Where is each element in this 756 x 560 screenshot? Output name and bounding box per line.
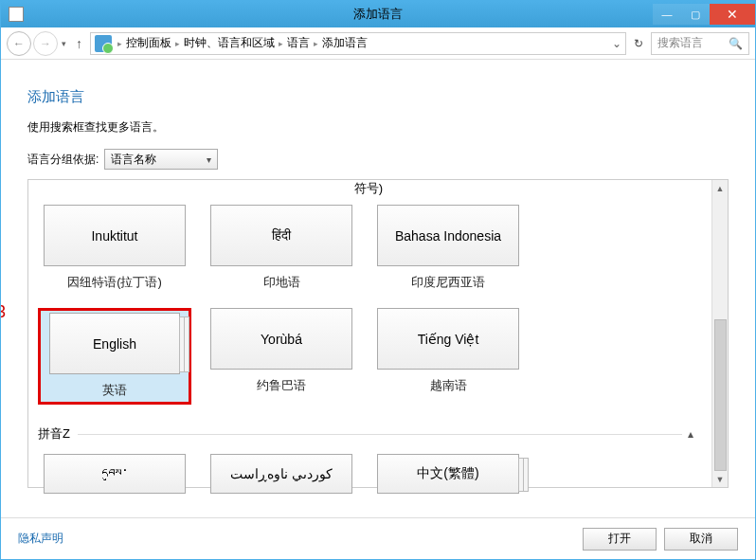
collapse-icon[interactable]: ▴	[682, 427, 699, 441]
scrollbar[interactable]: ▲ ▼	[711, 180, 728, 487]
app-icon	[9, 7, 24, 22]
scroll-down-button[interactable]: ▼	[712, 471, 728, 487]
lang-tile-hindi[interactable]: हिंदी 印地语	[205, 205, 358, 291]
lang-tile-tibetan[interactable]: དབུས་	[38, 454, 191, 494]
tile-caption: 越南语	[430, 377, 467, 394]
up-button[interactable]: ↑	[70, 36, 88, 51]
close-button[interactable]: ✕	[710, 4, 755, 25]
content-area: 添加语言 使用搜索框查找更多语言。 语言分组依据: 语言名称 符号) Inukt…	[1, 60, 755, 517]
chevron-right-icon: ▸	[175, 39, 180, 48]
search-icon: 🔍	[729, 37, 743, 50]
crumb-clock-lang-region[interactable]: 时钟、语言和区域	[184, 35, 275, 51]
refresh-button[interactable]: ↻	[628, 37, 649, 50]
search-input[interactable]: 搜索语言 🔍	[651, 32, 749, 55]
tile-native-name: དབུས་	[44, 454, 186, 494]
chevron-right-icon: ▸	[314, 39, 318, 48]
location-icon	[95, 35, 112, 52]
tile-native-name: 中文(繁體)	[377, 454, 519, 494]
lang-tile-english[interactable]: English 英语	[38, 308, 191, 405]
group-by-value: 语言名称	[111, 152, 156, 168]
tile-native-name: English	[49, 313, 180, 374]
tile-native-name: Tiếng Việt	[377, 308, 519, 370]
tile-caption: 约鲁巴语	[257, 377, 306, 394]
breadcrumb[interactable]: ▸ 控制面板 ▸ 时钟、语言和区域 ▸ 语言 ▸ 添加语言 ⌄	[90, 32, 626, 55]
lang-tile-yoruba[interactable]: Yorùbá 约鲁巴语	[205, 308, 358, 405]
history-dropdown-icon[interactable]: ▾	[60, 39, 68, 48]
group-by-label: 语言分组依据:	[27, 152, 99, 168]
search-placeholder: 搜索语言	[657, 35, 703, 51]
maximize-button[interactable]: ▢	[681, 4, 710, 25]
nav-toolbar: ← → ▾ ↑ ▸ 控制面板 ▸ 时钟、语言和区域 ▸ 语言 ▸ 添加语言 ⌄ …	[1, 27, 755, 60]
page-title: 添加语言	[27, 88, 729, 106]
section-divider	[78, 434, 682, 435]
tile-caption: 印地语	[263, 274, 300, 291]
page-hint: 使用搜索框查找更多语言。	[27, 119, 729, 135]
lang-tile-vietnamese[interactable]: Tiếng Việt 越南语	[371, 308, 525, 405]
lang-row: 3 English 英语 Yorùbá 约鲁巴语 Tiếng Việt 越南语	[38, 308, 699, 405]
tile-native-name: كوردىي ناوەڕاست	[210, 454, 352, 494]
window-controls: — ▢ ✕	[653, 4, 755, 25]
tile-caption: 英语	[102, 382, 127, 399]
chevron-right-icon: ▸	[279, 39, 283, 48]
group-by-combo[interactable]: 语言名称	[104, 149, 218, 170]
minimize-button[interactable]: —	[653, 4, 681, 25]
tile-caption: 因纽特语(拉丁语)	[67, 274, 162, 291]
annotation-marker: 3	[1, 302, 6, 322]
window-title: 添加语言	[353, 6, 403, 23]
section-label: 拼音Z	[38, 425, 70, 443]
scroll-thumb[interactable]	[714, 319, 727, 471]
lang-tile-inuktitut[interactable]: Inuktitut 因纽特语(拉丁语)	[38, 205, 191, 291]
back-button[interactable]: ←	[7, 31, 31, 56]
crumb-add-language[interactable]: 添加语言	[322, 35, 368, 51]
open-button[interactable]: 打开	[583, 528, 657, 551]
tile-native-name: Bahasa Indonesia	[377, 205, 519, 266]
lang-tile-indonesian[interactable]: Bahasa Indonesia 印度尼西亚语	[371, 205, 525, 291]
window: 添加语言 — ▢ ✕ ← → ▾ ↑ ▸ 控制面板 ▸ 时钟、语言和区域 ▸ 语…	[0, 0, 756, 560]
crumb-language[interactable]: 语言	[287, 35, 310, 51]
breadcrumb-dropdown-icon[interactable]: ⌄	[612, 37, 621, 50]
lang-tile-chinese-traditional[interactable]: 中文(繁體)	[371, 454, 525, 494]
lang-tile-central-kurdish[interactable]: كوردىي ناوەڕاست	[205, 454, 358, 494]
tile-caption: 印度尼西亚语	[411, 274, 485, 291]
chevron-right-icon: ▸	[117, 39, 122, 48]
cancel-button[interactable]: 取消	[664, 528, 738, 551]
crumb-control-panel[interactable]: 控制面板	[126, 35, 171, 51]
lang-row: Inuktitut 因纽特语(拉丁语) हिंदी 印地语 Bahasa Ind…	[38, 205, 699, 291]
group-by-row: 语言分组依据: 语言名称	[27, 149, 729, 170]
privacy-link[interactable]: 隐私声明	[18, 531, 63, 547]
tile-native-name: हिंदी	[210, 205, 352, 266]
language-list: 符号) Inuktitut 因纽特语(拉丁语) हिंदी 印地语 Bahasa…	[27, 179, 729, 488]
footer: 隐私声明 打开 取消	[1, 517, 755, 559]
lang-row: དབུས་ كوردىي ناوەڕاست 中文(繁體)	[38, 454, 699, 494]
tile-native-name: Yorùbá	[210, 308, 352, 370]
section-header-z[interactable]: 拼音Z ▴	[38, 425, 699, 444]
scroll-up-button[interactable]: ▲	[712, 180, 728, 196]
tile-native-name: Inuktitut	[44, 205, 186, 266]
forward-button[interactable]: →	[33, 31, 58, 56]
partial-tile-top: 符号)	[38, 178, 699, 199]
titlebar: 添加语言 — ▢ ✕	[1, 1, 755, 27]
